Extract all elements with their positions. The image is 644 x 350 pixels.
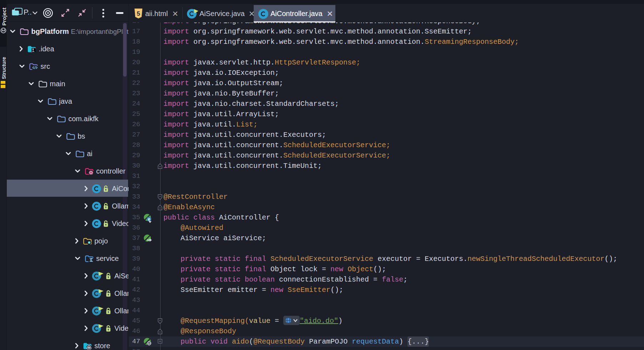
svg-text:e: e [148,217,150,222]
svg-text:5: 5 [137,10,140,17]
